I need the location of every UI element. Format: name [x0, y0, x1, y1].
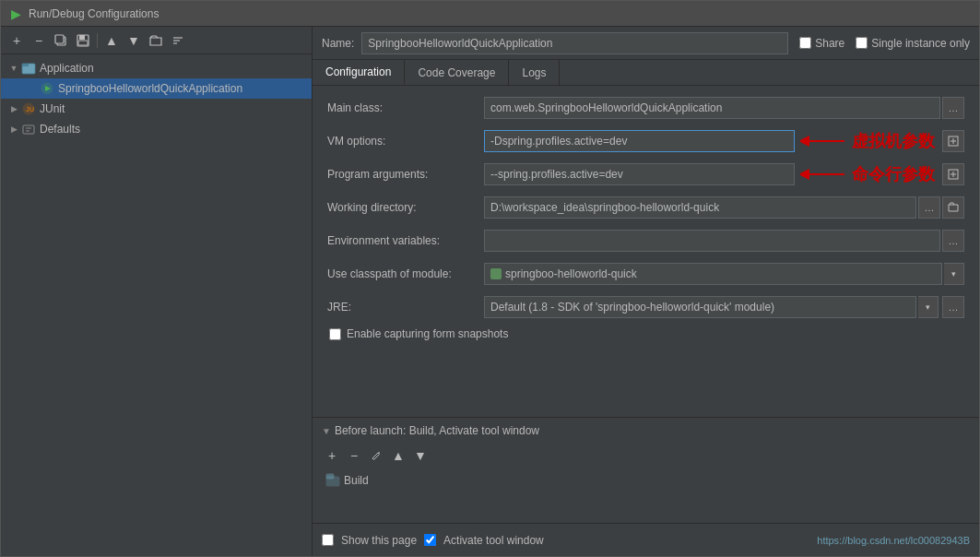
form-area: Main class: … VM options: [313, 86, 979, 417]
name-label: Name: [322, 37, 354, 50]
tab-configuration[interactable]: Configuration [313, 60, 405, 85]
name-input[interactable] [361, 32, 788, 54]
tabs-bar: Configuration Code Coverage Logs [313, 60, 979, 86]
classpath-module-row: Use classpath of module: springboo-hello… [327, 261, 964, 287]
single-instance-checkbox[interactable] [856, 37, 868, 49]
left-panel: + − ▲ ▼ [1, 27, 313, 556]
classpath-module-value: springboo-helloworld-quick [505, 267, 637, 280]
working-directory-input-group: … [484, 196, 964, 219]
main-class-browse-button[interactable]: … [942, 97, 964, 119]
before-launch-down-button[interactable]: ▼ [410, 445, 431, 466]
show-page-checkbox[interactable] [322, 534, 334, 546]
url-display: https://blog.csdn.net/lc00082943B [817, 535, 970, 546]
before-launch-edit-button[interactable] [366, 445, 386, 466]
before-launch-title: Before launch: Build, Activate tool wind… [335, 424, 539, 437]
show-page-label[interactable]: Show this page [341, 534, 417, 547]
enable-capturing-label[interactable]: Enable capturing form snapshots [347, 327, 508, 340]
tree-item-springboo-app[interactable]: SpringbooHelloworldQuickApplication [1, 78, 312, 99]
env-variables-row: Environment variables: … [327, 228, 964, 254]
program-arguments-input[interactable] [484, 163, 795, 185]
svg-rect-4 [78, 41, 88, 45]
defaults-label: Defaults [40, 123, 80, 136]
tree-item-defaults[interactable]: ▶ Defaults [1, 119, 312, 139]
move-down-button[interactable]: ▼ [124, 30, 144, 51]
before-launch-content: Build [313, 468, 979, 523]
vm-options-input[interactable] [484, 130, 795, 152]
main-class-row: Main class: … [327, 95, 964, 121]
share-checkbox-group: Share [799, 37, 844, 50]
env-variables-expand-button[interactable]: … [942, 230, 964, 252]
move-to-folder-button[interactable] [146, 30, 166, 51]
expand-springboo-icon [27, 83, 38, 94]
right-panel: Name: Share Single instance only Configu… [313, 27, 979, 556]
add-config-button[interactable]: + [6, 30, 27, 51]
before-launch-remove-button[interactable]: − [344, 445, 364, 466]
sort-button[interactable] [168, 30, 188, 51]
main-class-input[interactable] [484, 97, 940, 119]
working-directory-row: Working directory: … [327, 195, 964, 220]
main-class-input-group: … [484, 97, 964, 119]
vm-options-row: VM options: [327, 128, 964, 154]
before-launch-section: ▼ Before launch: Build, Activate tool wi… [313, 417, 979, 523]
build-icon [325, 473, 340, 488]
program-arguments-expand-button[interactable] [942, 163, 964, 185]
prog-annotation-text: 命令行参数 [852, 163, 935, 185]
move-up-button[interactable]: ▲ [101, 30, 122, 51]
junit-icon: JU [21, 101, 36, 116]
before-launch-header: ▼ Before launch: Build, Activate tool wi… [313, 418, 979, 444]
working-directory-label: Working directory: [327, 201, 484, 214]
module-icon [490, 268, 502, 279]
env-variables-label: Environment variables: [327, 234, 484, 247]
classpath-module-dropdown-button[interactable]: ▾ [944, 263, 964, 285]
build-label: Build [344, 474, 369, 487]
tab-code-coverage[interactable]: Code Coverage [405, 60, 509, 85]
run-debug-configurations-window: ▶ Run/Debug Configurations + − [0, 0, 980, 557]
prog-annotation-arrow [800, 165, 846, 184]
working-directory-input[interactable] [484, 196, 916, 219]
enable-capturing-checkbox[interactable] [329, 328, 341, 340]
before-launch-collapse-icon[interactable]: ▼ [322, 426, 331, 436]
tree-item-application[interactable]: ▼ Application [1, 58, 312, 78]
single-instance-checkbox-group: Single instance only [856, 37, 970, 50]
share-label[interactable]: Share [815, 37, 844, 50]
jre-input-group: Default (1.8 - SDK of 'springboo-hellowo… [484, 296, 964, 318]
env-variables-input-group: … [484, 230, 964, 252]
enable-capturing-row: Enable capturing form snapshots [327, 327, 964, 340]
bottom-bar: Show this page Activate tool window http… [313, 523, 979, 556]
jre-dropdown-button[interactable]: ▾ [918, 296, 939, 318]
working-directory-folder-button[interactable] [942, 196, 964, 219]
activate-tool-window-checkbox[interactable] [424, 534, 436, 546]
build-item[interactable]: Build [322, 471, 372, 490]
svg-rect-3 [79, 35, 85, 40]
single-instance-label[interactable]: Single instance only [871, 37, 970, 50]
working-directory-browse-button[interactable]: … [918, 196, 940, 219]
before-launch-up-button[interactable]: ▲ [388, 445, 408, 466]
classpath-module-input-group: springboo-helloworld-quick ▾ [484, 263, 964, 285]
share-checkbox[interactable] [799, 37, 811, 49]
junit-label: JUnit [40, 102, 65, 115]
vm-options-expand-button[interactable] [942, 130, 964, 152]
run-config-icon [40, 81, 54, 96]
before-launch-add-button[interactable]: + [322, 445, 342, 466]
svg-rect-28 [326, 474, 334, 479]
window-icon: ▶ [8, 6, 23, 21]
config-tree: ▼ Application [1, 54, 312, 556]
before-launch-toolbar: + − ▲ ▼ [313, 444, 979, 468]
application-label: Application [40, 62, 94, 75]
tree-item-junit[interactable]: ▶ JU JUnit [1, 99, 312, 119]
jre-browse-button[interactable]: … [942, 296, 964, 318]
vm-annotation-arrow [800, 132, 846, 150]
expand-defaults-icon: ▶ [8, 124, 19, 135]
save-config-button[interactable] [73, 30, 93, 51]
tab-logs[interactable]: Logs [509, 60, 560, 85]
remove-config-button[interactable]: − [29, 30, 49, 51]
svg-rect-1 [55, 35, 64, 43]
copy-config-button[interactable] [51, 30, 71, 51]
activate-tool-window-label[interactable]: Activate tool window [443, 534, 544, 547]
program-arguments-row: Program arguments: [327, 161, 964, 187]
window-title: Run/Debug Configurations [29, 7, 159, 20]
env-variables-input[interactable] [484, 230, 940, 252]
svg-text:JU: JU [26, 106, 34, 113]
jre-row: JRE: Default (1.8 - SDK of 'springboo-he… [327, 294, 964, 320]
expand-application-icon: ▼ [8, 63, 19, 74]
